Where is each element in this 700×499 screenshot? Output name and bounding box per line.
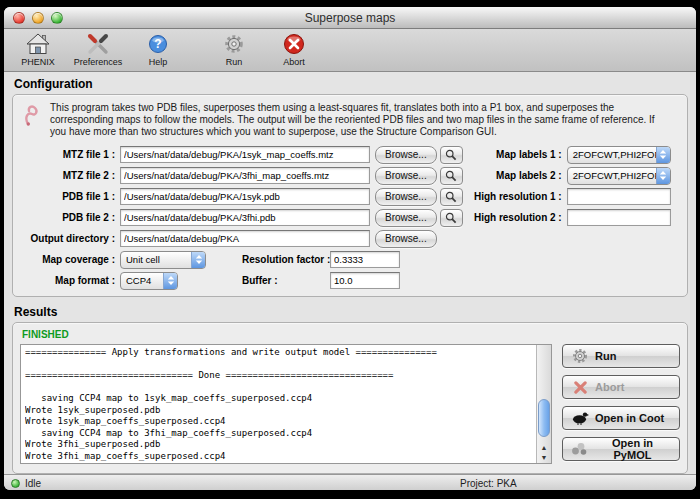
help-icon: ?: [148, 31, 168, 57]
desktop-background: Superpose maps PHENIX: [0, 0, 700, 499]
browse-button[interactable]: Browse...: [375, 230, 437, 248]
vertical-scrollbar[interactable]: ▲ ▼: [536, 345, 551, 463]
magnifier-button[interactable]: [440, 146, 463, 164]
preferences-toolbar-button[interactable]: Preferences: [68, 31, 128, 71]
program-description: This program takes two PDB files, superp…: [50, 102, 662, 138]
results-groupbox: FINISHED =============== Apply transform…: [12, 322, 688, 474]
preferences-toolbar-label: Preferences: [74, 57, 123, 67]
abort-button[interactable]: Abort: [562, 375, 680, 399]
minimize-button[interactable]: [32, 12, 44, 24]
map-format-combo[interactable]: CCP4: [120, 272, 178, 290]
browse-button[interactable]: Browse...: [375, 167, 437, 185]
project-label: Project: PKA: [460, 478, 517, 489]
help-toolbar-button[interactable]: ? Help: [128, 31, 188, 71]
run-button[interactable]: Run: [562, 344, 680, 368]
configuration-section-title: Configuration: [14, 77, 696, 91]
pymol-icon: [571, 442, 588, 456]
tools-icon: [86, 31, 110, 57]
map-format-value: CCP4: [121, 275, 163, 286]
superpose-maps-window: Superpose maps PHENIX: [4, 7, 696, 490]
program-icon: [22, 102, 42, 132]
mtz-file-2-input[interactable]: [120, 167, 370, 184]
output-directory-input[interactable]: [120, 230, 370, 247]
run-toolbar-button[interactable]: Run: [204, 31, 264, 71]
results-buttons: Run Abort: [562, 344, 680, 468]
combo-stepper-icon: [656, 168, 670, 184]
scroll-up-arrow-icon[interactable]: ▲: [541, 443, 548, 453]
browse-button[interactable]: Browse...: [375, 209, 437, 227]
open-in-coot-button[interactable]: Open in Coot: [562, 406, 680, 430]
phenix-toolbar-button[interactable]: PHENIX: [8, 31, 68, 71]
browse-button[interactable]: Browse...: [375, 146, 437, 164]
high-resolution-1-input[interactable]: [567, 188, 671, 205]
map-labels-2-combo[interactable]: 2FOFCWT,PHI2FOF...: [567, 167, 671, 185]
mtz-file-1-label: MTZ file 1 :: [20, 149, 120, 160]
output-directory-label: Output directory :: [20, 233, 120, 244]
mtz-file-1-row: MTZ file 1 : Browse... Map labels 1 : 2F…: [20, 144, 680, 165]
pdb-file-2-label: PDB file 2 :: [20, 212, 120, 223]
browse-button[interactable]: Browse...: [375, 188, 437, 206]
map-coverage-combo[interactable]: Unit cell: [120, 251, 206, 269]
map-coverage-row: Map coverage : Unit cell Resolution fact…: [20, 249, 680, 270]
combo-stepper-icon: [163, 273, 177, 289]
combo-stepper-icon: [656, 147, 670, 163]
output-directory-row: Output directory : Browse...: [20, 228, 680, 249]
abort-toolbar-button[interactable]: Abort: [264, 31, 324, 71]
pdb-file-2-input[interactable]: [120, 209, 370, 226]
high-resolution-1-label: High resolution 1 :: [469, 191, 567, 202]
titlebar[interactable]: Superpose maps: [4, 7, 696, 29]
scrollbar-thumb[interactable]: [538, 399, 550, 437]
phenix-toolbar-label: PHENIX: [21, 57, 55, 67]
scroll-down-arrow-icon[interactable]: ▼: [541, 453, 548, 463]
map-labels-1-combo[interactable]: 2FOFCWT,PHI2FOF...: [567, 146, 671, 164]
magnifier-button[interactable]: [440, 188, 463, 206]
toolbar: PHENIX Preferences: [4, 29, 696, 72]
map-labels-2-value: 2FOFCWT,PHI2FOF...: [568, 170, 656, 181]
buffer-input[interactable]: [330, 272, 400, 289]
gear-icon: [224, 31, 244, 57]
abort-button-label: Abort: [595, 381, 624, 393]
map-labels-1-label: Map labels 1 :: [469, 149, 567, 160]
scrollbar-arrows: ▲ ▼: [537, 441, 551, 463]
pdb-file-1-input[interactable]: [120, 188, 370, 205]
buffer-label: Buffer :: [242, 275, 330, 286]
pdb-file-1-label: PDB file 1 :: [20, 191, 120, 202]
svg-text:?: ?: [154, 37, 161, 51]
window-content: Configuration This program takes two PDB…: [4, 72, 696, 474]
abort-x-icon: [571, 381, 589, 394]
map-coverage-label: Map coverage :: [20, 254, 120, 265]
map-labels-2-label: Map labels 2 :: [469, 170, 567, 181]
status-badge: FINISHED: [22, 329, 680, 340]
help-toolbar-label: Help: [149, 57, 168, 67]
abort-icon: [283, 31, 305, 57]
home-icon: [26, 31, 50, 57]
map-format-slot: CCP4: [120, 272, 224, 290]
resolution-factor-input[interactable]: [330, 251, 400, 268]
statusbar: Idle Project: PKA: [4, 474, 696, 490]
log-output-area[interactable]: =============== Apply transformations an…: [20, 344, 552, 464]
map-format-label: Map format :: [20, 275, 120, 286]
pdb-file-2-row: PDB file 2 : Browse... High resolution 2…: [20, 207, 680, 228]
close-button[interactable]: [13, 12, 25, 24]
abort-toolbar-label: Abort: [283, 57, 305, 67]
open-in-coot-label: Open in Coot: [595, 412, 664, 424]
map-coverage-value: Unit cell: [121, 254, 191, 265]
results-section-title: Results: [14, 305, 696, 319]
zoom-button[interactable]: [51, 12, 63, 24]
mtz-file-2-row: MTZ file 2 : Browse... Map labels 2 : 2F…: [20, 165, 680, 186]
mtz-file-1-input[interactable]: [120, 146, 370, 163]
high-resolution-2-input[interactable]: [567, 209, 671, 226]
status-text: Idle: [25, 478, 41, 489]
map-coverage-slot: Unit cell: [120, 251, 224, 269]
resolution-factor-label: Resolution factor :: [242, 254, 330, 265]
coot-bird-icon: [571, 411, 589, 425]
window-title: Superpose maps: [4, 11, 696, 25]
run-toolbar-label: Run: [226, 57, 243, 67]
mtz-file-2-label: MTZ file 2 :: [20, 170, 120, 181]
magnifier-button[interactable]: [440, 167, 463, 185]
magnifier-button[interactable]: [440, 209, 463, 227]
run-button-label: Run: [595, 350, 616, 362]
map-labels-1-value: 2FOFCWT,PHI2FOF...: [568, 149, 656, 160]
gear-icon: [571, 348, 589, 364]
open-in-pymol-button[interactable]: Open in PyMOL: [562, 437, 680, 461]
